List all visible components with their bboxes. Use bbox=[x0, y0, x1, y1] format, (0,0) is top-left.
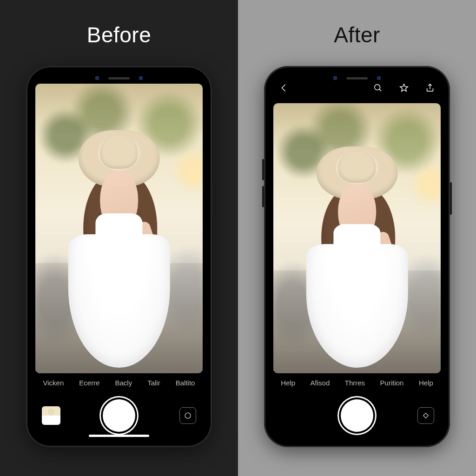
share-icon bbox=[425, 83, 435, 93]
tool-option[interactable]: Purition bbox=[378, 378, 406, 388]
svg-line-2 bbox=[379, 89, 381, 91]
phone-mockup-before: Vicken Ecerre Bacly Talir Baltito bbox=[26, 66, 212, 447]
camera-switch-button[interactable] bbox=[179, 407, 196, 424]
front-camera-icon bbox=[333, 76, 337, 80]
share-button[interactable] bbox=[425, 83, 435, 93]
thumbnail-image bbox=[42, 406, 60, 425]
volume-up-button bbox=[262, 159, 264, 180]
camera-mode-strip[interactable]: Vicken Ecerre Bacly Talir Baltito bbox=[33, 373, 205, 390]
before-panel: Before bbox=[0, 0, 238, 476]
svg-rect-4 bbox=[423, 413, 429, 418]
volume-up-button bbox=[24, 159, 26, 180]
shutter-button[interactable] bbox=[103, 399, 135, 432]
before-after-comparison: Before bbox=[0, 0, 476, 476]
front-camera-icon bbox=[95, 76, 99, 80]
editor-tool-strip[interactable]: Help Afisod Thrres Purition Help bbox=[271, 373, 443, 390]
power-button bbox=[212, 182, 214, 215]
svg-marker-3 bbox=[400, 84, 408, 92]
tool-option[interactable]: Thrres bbox=[343, 378, 367, 388]
back-button[interactable] bbox=[279, 83, 289, 93]
notch bbox=[320, 73, 394, 84]
camera-switch-button[interactable] bbox=[417, 407, 434, 424]
volume-down-button bbox=[24, 186, 26, 207]
phone-screen-after: Help Afisod Thrres Purition Help bbox=[271, 73, 443, 441]
gallery-thumbnail-button[interactable] bbox=[42, 406, 60, 425]
editor-controls bbox=[271, 390, 443, 441]
phone-screen-before: Vicken Ecerre Bacly Talir Baltito bbox=[33, 73, 205, 441]
sensor-icon bbox=[139, 76, 143, 80]
mode-option[interactable]: Ecerre bbox=[77, 378, 101, 388]
svg-point-1 bbox=[375, 85, 380, 90]
home-indicator[interactable] bbox=[89, 435, 149, 437]
search-icon bbox=[373, 83, 383, 93]
camera-controls bbox=[33, 390, 205, 441]
sensor-icon bbox=[377, 76, 381, 80]
favorite-button[interactable] bbox=[399, 83, 409, 93]
mode-option[interactable]: Baltito bbox=[174, 378, 197, 388]
before-heading: Before bbox=[87, 22, 152, 47]
editor-viewport[interactable] bbox=[271, 99, 443, 373]
phone-mockup-after: Help Afisod Thrres Purition Help bbox=[264, 66, 450, 447]
svg-point-0 bbox=[185, 413, 191, 418]
power-button bbox=[450, 182, 452, 215]
mode-option[interactable]: Vicken bbox=[41, 378, 66, 388]
photo-preview bbox=[273, 103, 441, 373]
volume-down-button bbox=[262, 186, 264, 207]
search-button[interactable] bbox=[373, 83, 383, 93]
shutter-button[interactable] bbox=[341, 399, 373, 432]
after-panel: After bbox=[238, 0, 476, 476]
mode-option[interactable]: Talir bbox=[145, 378, 162, 388]
speaker-grille bbox=[108, 77, 130, 79]
star-icon bbox=[399, 83, 409, 93]
camera-viewport[interactable] bbox=[33, 79, 205, 373]
rotate-icon bbox=[422, 411, 430, 420]
back-chevron-icon bbox=[279, 83, 289, 93]
mode-option[interactable]: Bacly bbox=[113, 378, 134, 388]
after-heading: After bbox=[334, 22, 380, 47]
tool-option[interactable]: Help bbox=[417, 378, 435, 388]
tool-option[interactable]: Afisod bbox=[309, 378, 332, 388]
camera-switch-icon bbox=[184, 411, 192, 420]
speaker-grille bbox=[346, 77, 368, 79]
notch bbox=[82, 73, 156, 84]
photo-preview bbox=[35, 84, 203, 373]
tool-option[interactable]: Help bbox=[279, 378, 297, 388]
